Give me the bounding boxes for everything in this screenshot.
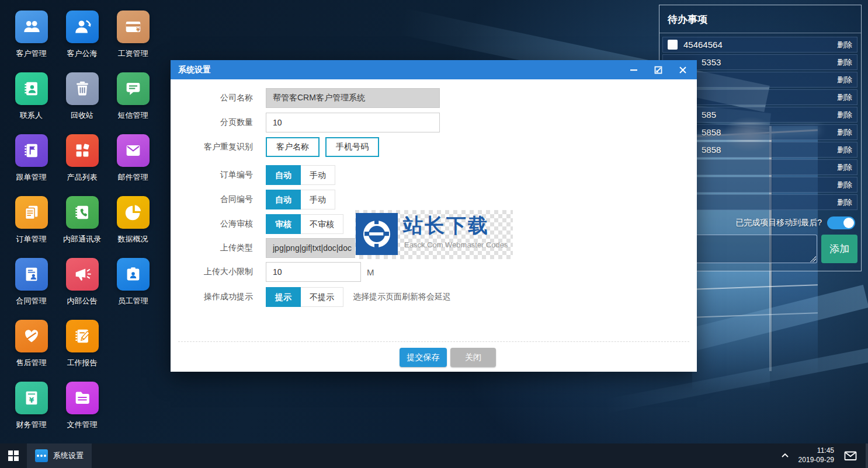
- desktop-icon-follow[interactable]: 跟单管理: [6, 134, 57, 196]
- desktop-icon-contract[interactable]: 合同管理: [6, 258, 57, 320]
- desktop-icon-contacts[interactable]: 联系人: [6, 72, 57, 134]
- close-icon[interactable]: [676, 64, 690, 76]
- desktop-icon-label: 合同管理: [16, 296, 47, 306]
- segment-option[interactable]: 提示: [266, 287, 301, 307]
- close-button[interactable]: 关闭: [450, 348, 496, 367]
- chevron-up-icon[interactable]: [781, 452, 789, 459]
- desktop-icon-report[interactable]: 工作报告: [57, 320, 107, 382]
- desktop-icon-label: 回收站: [71, 110, 93, 121]
- desktop-icon-sms[interactable]: 短信管理: [107, 72, 158, 134]
- text-input[interactable]: [266, 262, 361, 282]
- desktop-icon-label: 客户管理: [16, 48, 47, 59]
- todo-delete-button[interactable]: 删除: [837, 197, 852, 208]
- desktop-icon-badge[interactable]: 员工管理: [107, 258, 158, 320]
- form-row: 公司名称: [171, 88, 440, 108]
- todo-delete-button[interactable]: 删除: [837, 145, 852, 155]
- todo-delete-button[interactable]: 删除: [837, 162, 852, 173]
- segment-option[interactable]: 不提示: [301, 287, 343, 307]
- orders-icon: [15, 196, 48, 229]
- todo-delete-button[interactable]: 删除: [837, 57, 852, 68]
- form-row: 公海审核审核不审核: [171, 214, 343, 234]
- field-control: 审核不审核: [266, 214, 343, 234]
- textarea-resize-grip[interactable]: [810, 256, 816, 262]
- unit-suffix: M: [367, 267, 374, 277]
- chip-option[interactable]: 客户名称: [266, 137, 320, 157]
- window-controls: [627, 60, 690, 79]
- move-completed-toggle[interactable]: [827, 216, 855, 229]
- field-label: 订单编号: [171, 170, 253, 180]
- desktop-icon-folder[interactable]: 文件管理: [57, 382, 107, 443]
- desktop-icon-announce[interactable]: 内部公告: [57, 258, 107, 320]
- show-desktop-button[interactable]: [866, 443, 868, 468]
- start-button[interactable]: [0, 443, 27, 468]
- desktop-icon-label: 员工管理: [118, 296, 148, 306]
- desktop-icon-label: 财务管理: [16, 420, 47, 430]
- desktop-icon-label: 跟单管理: [16, 172, 47, 183]
- form-row: 操作成功提示提示不提示选择提示页面刷新将会延迟: [171, 287, 451, 307]
- phonebook-icon: [66, 196, 99, 229]
- desktop-icon-finance[interactable]: ¥财务管理: [6, 382, 57, 443]
- desktop-icon-person[interactable]: 客户公海: [57, 11, 107, 72]
- desktop-icon-pie[interactable]: 数据概况: [107, 196, 158, 258]
- windows-logo-icon: [8, 450, 19, 461]
- todo-delete-button[interactable]: 删除: [837, 110, 852, 120]
- desktop-icon-label: 短信管理: [118, 110, 148, 121]
- segment-option[interactable]: 自动: [266, 190, 301, 209]
- segmented-control: 自动手动: [266, 165, 335, 185]
- desktop-icon-trash[interactable]: 回收站: [57, 72, 107, 134]
- text-input: [266, 88, 440, 108]
- desktop-icon-label: 内部通讯录: [63, 234, 101, 245]
- desktop-icon-aftersale[interactable]: 售后管理: [6, 320, 57, 382]
- chip-option[interactable]: 手机号码: [325, 137, 379, 157]
- todo-delete-button[interactable]: 删除: [837, 92, 852, 103]
- submit-save-button[interactable]: 提交保存: [400, 348, 447, 367]
- announce-icon: [66, 258, 99, 291]
- field-control: 自动手动: [266, 190, 335, 209]
- desktop-icon-orders[interactable]: 订单管理: [6, 196, 57, 258]
- segmented-control: 提示不提示: [266, 287, 343, 307]
- pie-icon: [117, 196, 150, 229]
- desktop-icon-grid[interactable]: 产品列表: [57, 134, 107, 196]
- follow-icon: [15, 134, 48, 167]
- taskbar-clock[interactable]: 11:45 2019-09-29: [798, 446, 834, 464]
- segment-option[interactable]: 自动: [266, 165, 301, 185]
- taskbar-item-system-settings[interactable]: 系统设置: [27, 443, 92, 468]
- segment-option[interactable]: 手动: [301, 165, 335, 185]
- person-icon: [66, 11, 99, 43]
- action-center-icon[interactable]: [843, 449, 857, 462]
- segment-option[interactable]: 审核: [266, 214, 301, 234]
- desktop-icon-label: 内部公告: [67, 296, 98, 306]
- desktop-icon-card[interactable]: ¥工资管理: [107, 11, 158, 72]
- field-label: 公司名称: [171, 93, 253, 103]
- app-icon: [35, 449, 48, 462]
- dialog-title: 系统设置: [171, 65, 211, 75]
- move-completed-toggle-label: 已完成项目移动到最后?: [735, 218, 822, 228]
- dialog-titlebar[interactable]: 系统设置: [171, 60, 697, 79]
- field-control: [266, 88, 440, 108]
- svg-text:¥: ¥: [136, 26, 140, 33]
- todo-delete-button[interactable]: 删除: [837, 127, 852, 138]
- desktop-icon-people[interactable]: 客户管理: [6, 11, 57, 72]
- add-todo-button[interactable]: 添加: [821, 235, 857, 263]
- minimize-icon[interactable]: [627, 64, 641, 76]
- segment-option[interactable]: 手动: [301, 190, 335, 209]
- todo-delete-button[interactable]: 删除: [837, 75, 852, 85]
- todo-delete-button[interactable]: 删除: [837, 40, 852, 50]
- trash-icon: [66, 72, 99, 105]
- desktop-icon-label: 产品列表: [67, 172, 98, 183]
- desktop-icon-phonebook[interactable]: 内部通讯录: [57, 196, 107, 258]
- watermark: 站长下载 Easck.Com Webmaster Codes: [355, 210, 513, 259]
- desktop-icon-mail[interactable]: 邮件管理: [107, 134, 158, 196]
- toggle-knob: [843, 218, 854, 228]
- desktop-icon-label: 工资管理: [118, 48, 148, 59]
- finance-icon: ¥: [15, 382, 48, 414]
- todo-checkbox[interactable]: [668, 40, 678, 50]
- form-row: 订单编号自动手动: [171, 165, 335, 185]
- field-label: 客户重复识别: [171, 142, 253, 152]
- text-input[interactable]: [266, 113, 440, 132]
- segment-option[interactable]: 不审核: [301, 214, 343, 234]
- desktop-icon-grid: 客户管理客户公海¥工资管理联系人回收站短信管理跟单管理产品列表邮件管理订单管理内…: [6, 11, 158, 443]
- dialog-footer-buttons: 提交保存 关闭: [400, 348, 496, 367]
- todo-delete-button[interactable]: 删除: [837, 180, 852, 190]
- maximize-icon[interactable]: [651, 64, 665, 76]
